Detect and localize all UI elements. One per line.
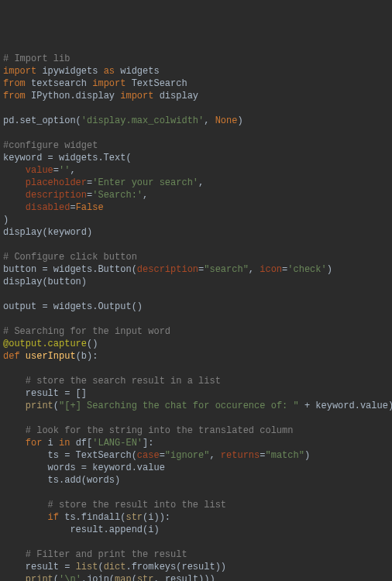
- code-token: ,: [204, 115, 215, 126]
- code-token: ): [237, 115, 242, 126]
- code-token: "[+] Searching the chat for occurence of…: [59, 401, 299, 411]
- code-line: ts.add(words): [3, 474, 392, 486]
- code-token: import: [92, 78, 126, 89]
- code-token: result = []: [3, 388, 87, 399]
- code-line: # Searching for the input word: [3, 325, 392, 338]
- code-token: df[: [70, 438, 92, 449]
- code-line: print("[+] Searching the chat for occure…: [3, 400, 392, 412]
- code-token: (: [53, 574, 59, 581]
- code-token: widgets: [115, 66, 160, 77]
- code-line: value='',: [3, 164, 392, 177]
- code-token: from: [3, 91, 26, 101]
- code-token: , result))): [153, 574, 215, 581]
- code-token: #configure widget: [3, 140, 98, 151]
- code-token: map: [115, 574, 132, 581]
- code-token: IPython.display: [26, 91, 120, 101]
- code-token: description: [137, 264, 198, 275]
- code-token: print: [26, 401, 53, 411]
- code-token: output = widgets.Output(): [3, 301, 143, 312]
- code-token: icon: [260, 264, 282, 275]
- code-token: [3, 376, 26, 387]
- code-token: False: [76, 202, 104, 213]
- code-token: [3, 549, 26, 560]
- code-token: "match": [265, 450, 304, 461]
- code-token: import: [3, 66, 36, 77]
- code-line: if ts.findall(str(i)):: [3, 511, 392, 524]
- code-token: list: [76, 562, 98, 572]
- code-token: description: [26, 190, 87, 201]
- code-line: disabled=False: [3, 201, 392, 214]
- code-line: for i in df['LANG-EN']:: [3, 437, 392, 449]
- code-token: # look for the string into the translate…: [26, 425, 294, 436]
- code-token: 'Enter your search': [92, 177, 198, 188]
- code-token: ,: [249, 264, 260, 275]
- code-line: display(button): [3, 276, 392, 288]
- code-token: =: [53, 165, 59, 176]
- code-token: keyword = widgets.Text(: [3, 153, 132, 163]
- code-line: from IPython.display import display: [3, 90, 392, 102]
- code-token: print: [26, 574, 53, 581]
- code-token: # Configure click button: [3, 252, 137, 263]
- code-token: placeholder: [26, 177, 87, 188]
- code-token: userInput: [26, 351, 76, 362]
- code-token: str: [126, 512, 143, 523]
- code-token: (: [132, 574, 137, 581]
- code-line: @output.capture(): [3, 338, 392, 350]
- code-token: ): [304, 450, 310, 461]
- code-token: (b):: [76, 351, 98, 362]
- code-line: ): [3, 214, 392, 226]
- code-token: (): [87, 339, 98, 349]
- code-token: .join(: [81, 574, 115, 581]
- code-token: =: [160, 450, 165, 461]
- code-line: keyword = widgets.Text(: [3, 152, 392, 164]
- code-token: # Filter and print the result: [26, 549, 187, 560]
- code-token: textsearch: [26, 78, 92, 89]
- code-token: [3, 177, 26, 188]
- code-line: [3, 102, 392, 115]
- code-token: returns: [221, 450, 260, 461]
- code-line: [3, 239, 392, 251]
- code-token: str: [137, 574, 154, 581]
- code-line: # Configure click button: [3, 251, 392, 263]
- code-token: + keyword.value): [299, 401, 392, 411]
- code-token: ipywidgets: [36, 66, 103, 77]
- code-token: [3, 401, 26, 411]
- code-line: [3, 313, 392, 325]
- code-token: "ignore": [165, 450, 210, 461]
- code-token: import: [120, 91, 153, 101]
- code-line: # Import lib: [3, 53, 392, 65]
- code-token: TextSearch: [126, 78, 187, 89]
- code-token: result =: [3, 562, 76, 572]
- code-token: =: [70, 202, 75, 213]
- code-token: "search": [204, 264, 249, 275]
- code-token: display(keyword): [3, 227, 92, 238]
- code-token: ,: [209, 450, 220, 461]
- code-token: result.append(i): [3, 524, 160, 535]
- code-block: # Import libimport ipywidgets as widgets…: [3, 53, 392, 581]
- code-token: ,: [70, 165, 75, 176]
- code-token: button = widgets.Button(: [3, 264, 137, 275]
- code-line: pd.set_option('display.max_colwidth', No…: [3, 115, 392, 127]
- code-line: def userInput(b):: [3, 350, 392, 363]
- code-token: ]:: [143, 438, 153, 449]
- code-line: # store the result into the list: [3, 499, 392, 511]
- code-token: 'Search:': [92, 190, 143, 201]
- code-token: # Import lib: [3, 53, 70, 64]
- code-token: from: [3, 78, 26, 89]
- code-token: if: [48, 512, 59, 523]
- code-token: 'display.max_colwidth': [81, 115, 204, 126]
- code-line: ts = TextSearch(case="ignore", returns="…: [3, 449, 392, 462]
- code-token: (: [98, 562, 103, 572]
- code-line: [3, 363, 392, 375]
- code-token: disabled: [26, 202, 70, 213]
- code-token: words = keyword.value: [3, 462, 165, 473]
- code-line: #configure widget: [3, 139, 392, 152]
- code-token: in: [59, 438, 70, 449]
- code-token: [3, 574, 26, 581]
- code-token: ,: [143, 190, 148, 201]
- code-token: [3, 165, 26, 176]
- code-token: None: [215, 115, 238, 126]
- code-line: placeholder='Enter your search',: [3, 177, 392, 189]
- code-line: # Filter and print the result: [3, 548, 392, 561]
- code-token: ts.findall(: [59, 512, 126, 523]
